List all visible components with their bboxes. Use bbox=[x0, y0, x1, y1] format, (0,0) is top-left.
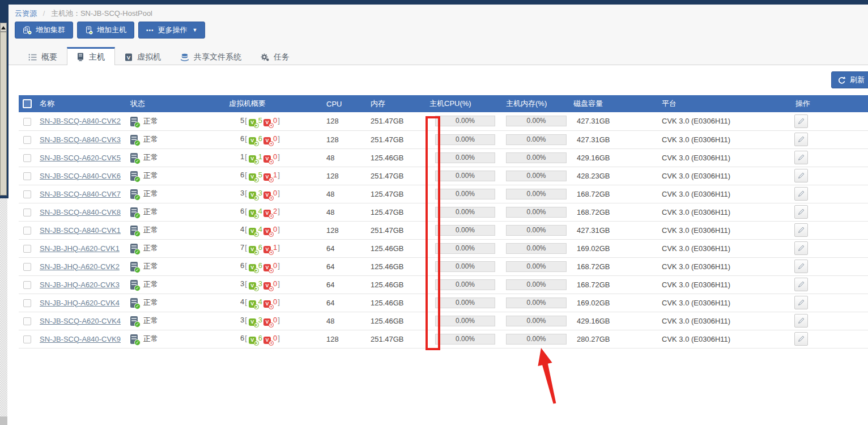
breadcrumb-cloud-resources-link[interactable]: 云资源 bbox=[15, 9, 37, 18]
edit-host-button[interactable] bbox=[794, 314, 808, 328]
host-name-link[interactable]: SN-JB-SCQ-A840-CVK8 bbox=[40, 208, 121, 216]
host-name-link[interactable]: SN-JB-JHQ-A620-CVK4 bbox=[40, 299, 120, 307]
host-name-link[interactable]: SN-JB-SCQ-A840-CVK3 bbox=[40, 135, 121, 144]
host-name-link[interactable]: SN-JB-SCQ-A620-CVK5 bbox=[40, 154, 121, 162]
host-mem-usage-bar: 0.00% bbox=[506, 171, 567, 181]
vm-stopped-icon: V● bbox=[263, 228, 271, 235]
server-status-icon: ✓ bbox=[130, 262, 138, 271]
row-checkbox[interactable] bbox=[23, 245, 31, 253]
host-platform: CVK 3.0 (E0306H11) bbox=[654, 275, 788, 294]
scrollbar-up-button[interactable] bbox=[0, 23, 7, 32]
column-header-host-mem-pct: 主机内存(%) bbox=[497, 95, 568, 112]
edit-host-button[interactable] bbox=[794, 223, 808, 237]
pencil-icon bbox=[797, 317, 805, 325]
edit-host-button[interactable] bbox=[794, 133, 808, 146]
vm-total-count: 6 bbox=[240, 171, 244, 179]
host-row: SN-JB-SCQ-A840-CVK2✓正常5[V▶5V●0]128251.47… bbox=[19, 112, 868, 130]
play-icon: ▶ bbox=[254, 177, 259, 182]
edit-host-button[interactable] bbox=[794, 260, 808, 273]
vm-summary: 1[V▶1V●0] bbox=[224, 148, 317, 167]
host-name-link[interactable]: SN-JB-SCQ-A840-CVK7 bbox=[40, 190, 121, 198]
vm-summary: 4[V▶4V●0] bbox=[224, 294, 317, 312]
refresh-button[interactable]: 刷新 bbox=[831, 71, 868, 88]
vm-running-icon: V▶ bbox=[249, 300, 256, 308]
add-cluster-button[interactable]: 增加集群 bbox=[15, 22, 73, 39]
edit-host-button[interactable] bbox=[794, 205, 808, 219]
edit-host-button[interactable] bbox=[794, 241, 808, 255]
host-name-link[interactable]: SN-JB-SCQ-A840-CVK2 bbox=[40, 117, 121, 125]
row-checkbox[interactable] bbox=[23, 154, 31, 162]
host-memory-total: 251.47GB bbox=[363, 130, 420, 148]
column-header-host-cpu-pct: 主机CPU(%) bbox=[420, 95, 497, 112]
host-status-text: 正常 bbox=[143, 280, 158, 288]
scrollbar-track[interactable] bbox=[0, 198, 7, 416]
edit-host-button[interactable] bbox=[794, 332, 808, 346]
row-checkbox[interactable] bbox=[23, 281, 31, 289]
toolbar: 增加集群 增加主机 ••• 更多操作 ▼ bbox=[15, 22, 205, 39]
edit-host-button[interactable] bbox=[794, 296, 808, 309]
pencil-icon bbox=[797, 262, 805, 270]
vm-summary: 3[V▶3V●0] bbox=[224, 185, 317, 203]
row-checkbox[interactable] bbox=[23, 118, 31, 126]
vm-total-count: 6 bbox=[240, 207, 244, 215]
host-mem-usage-bar: 0.00% bbox=[506, 316, 567, 326]
host-status-text: 正常 bbox=[143, 135, 158, 143]
vm-running-icon: V▶ bbox=[249, 246, 256, 253]
add-host-button[interactable]: 增加主机 bbox=[77, 22, 134, 39]
breadcrumb-separator: / bbox=[43, 9, 45, 18]
row-checkbox[interactable] bbox=[23, 299, 31, 307]
row-checkbox[interactable] bbox=[23, 335, 31, 343]
scrollbar-thumb[interactable] bbox=[0, 32, 7, 196]
host-name-link[interactable]: SN-JB-SCQ-A840-CVK6 bbox=[40, 172, 121, 180]
vm-running-count: 5 bbox=[258, 116, 262, 125]
host-cpu-usage-bar: 0.00% bbox=[435, 298, 495, 308]
row-checkbox[interactable] bbox=[23, 263, 31, 271]
tab-virtual-machines[interactable]: V 虚拟机 bbox=[115, 47, 171, 65]
more-operations-button[interactable]: ••• 更多操作 ▼ bbox=[138, 22, 205, 39]
edit-host-button[interactable] bbox=[794, 169, 808, 182]
row-checkbox[interactable] bbox=[23, 136, 31, 144]
host-name-link[interactable]: SN-JB-SCQ-A840-CVK1 bbox=[40, 226, 121, 235]
breadcrumb: 云资源 / 主机池：SN-JB-SCQ-HostPool bbox=[15, 8, 152, 19]
pencil-icon bbox=[797, 244, 805, 252]
row-checkbox[interactable] bbox=[23, 317, 31, 325]
host-platform: CVK 3.0 (E0306H11) bbox=[654, 167, 788, 185]
host-mem-usage-bar: 0.00% bbox=[506, 261, 567, 272]
scrollbar-bottom bbox=[0, 416, 7, 425]
vm-summary: 6[V▶6V●0] bbox=[224, 130, 317, 148]
edit-host-button[interactable] bbox=[794, 114, 808, 128]
host-disk-capacity: 429.16GB bbox=[568, 148, 654, 167]
host-name-link[interactable]: SN-JB-JHQ-A620-CVK2 bbox=[40, 262, 120, 271]
edit-host-button[interactable] bbox=[794, 187, 808, 201]
vm-summary: 6[V▶5V●1] bbox=[224, 167, 317, 185]
column-header-vm-summary: 虚拟机概要 bbox=[224, 95, 317, 112]
row-checkbox[interactable] bbox=[23, 172, 31, 180]
play-icon: ▶ bbox=[254, 304, 259, 309]
vm-stopped-count: 0 bbox=[273, 261, 277, 270]
server-status-icon: ✓ bbox=[130, 334, 138, 344]
vm-summary: 6[V▶4V●2] bbox=[224, 203, 317, 221]
host-platform: CVK 3.0 (E0306H11) bbox=[654, 239, 788, 257]
row-checkbox[interactable] bbox=[23, 209, 31, 216]
host-name-link[interactable]: SN-JB-JHQ-A620-CVK1 bbox=[40, 244, 120, 253]
select-all-checkbox[interactable] bbox=[23, 99, 32, 108]
tab-overview[interactable]: 概要 bbox=[19, 47, 67, 65]
host-cpu-usage-bar: 0.00% bbox=[435, 207, 495, 218]
row-checkbox[interactable] bbox=[23, 227, 31, 235]
tab-tasks[interactable]: 任务 bbox=[251, 47, 299, 65]
pencil-icon bbox=[797, 135, 805, 143]
host-name-link[interactable]: SN-JB-SCQ-A840-CVK9 bbox=[40, 335, 121, 343]
server-status-icon: ✓ bbox=[130, 226, 138, 235]
vm-stopped-icon: V● bbox=[263, 210, 271, 217]
edit-host-button[interactable] bbox=[794, 151, 808, 164]
vm-running-count: 6 bbox=[258, 243, 262, 252]
tab-shared-file-system[interactable]: 共享文件系统 bbox=[171, 47, 251, 65]
vm-summary: 6[V▶6V●0] bbox=[224, 257, 317, 275]
host-name-link[interactable]: SN-JB-SCQ-A620-CVK4 bbox=[40, 317, 121, 325]
host-name-link[interactable]: SN-JB-JHQ-A620-CVK3 bbox=[40, 280, 120, 289]
vm-running-icon: V▶ bbox=[249, 318, 256, 326]
edit-host-button[interactable] bbox=[794, 278, 808, 291]
tab-hosts[interactable]: 主机 bbox=[67, 47, 115, 65]
row-checkbox[interactable] bbox=[23, 190, 31, 198]
add-cluster-label: 增加集群 bbox=[36, 25, 65, 35]
